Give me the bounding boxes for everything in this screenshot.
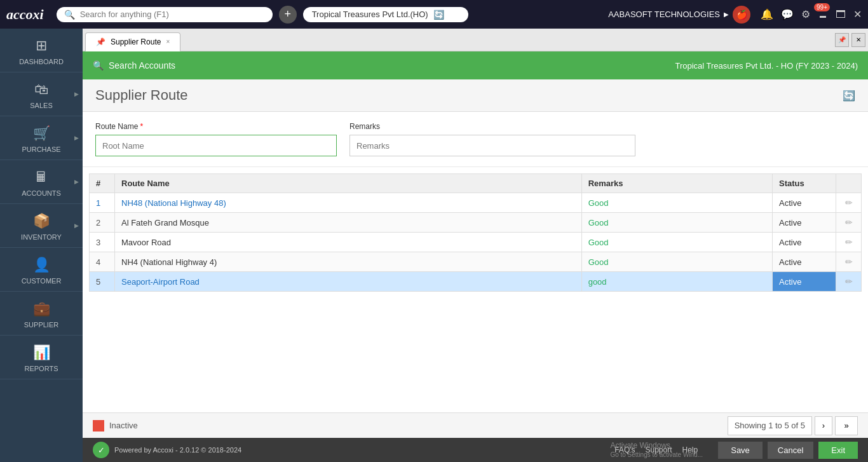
faq-link[interactable]: FAQ's: [614, 445, 635, 454]
maximize-icon[interactable]: 🗖: [836, 9, 846, 20]
sidebar-item-accounts[interactable]: 🖩 ACCOUNTS ▶: [0, 160, 83, 204]
window-controls: 📌 ✕: [835, 33, 868, 47]
sidebar-item-purchase[interactable]: 🛒 PURCHASE ▶: [0, 116, 83, 160]
remarks-input[interactable]: [349, 135, 635, 156]
company-selector[interactable]: Tropical Treasures Pvt Ltd.(HO) 🔄: [303, 7, 468, 22]
routes-table: # Route Name Remarks Status 1 NH48 (Nati…: [89, 173, 862, 292]
cell-edit[interactable]: ✏: [836, 233, 862, 252]
supplier-icon: 💼: [33, 301, 50, 317]
tab-bar: 📌 Supplier Route × 📌 ✕: [83, 29, 868, 51]
user-arrow-icon: ▶: [724, 11, 729, 18]
cell-edit[interactable]: ✏: [836, 252, 862, 272]
route-name-input[interactable]: [95, 135, 337, 156]
accounts-icon: 🖩: [34, 169, 48, 186]
company-header-title: Tropical Treasures Pvt Ltd. - HO (FY 202…: [675, 61, 858, 71]
col-header-remarks: Remarks: [581, 174, 772, 193]
user-menu[interactable]: AABASOFT TECHNOLOGIES ▶ 🍎: [608, 6, 750, 24]
purchase-expand-icon: ▶: [74, 135, 79, 141]
sidebar-item-supplier[interactable]: 💼 SUPPLIER: [0, 292, 83, 336]
content-area: 📌 Supplier Route × 📌 ✕ 🔍 Search Accounts…: [83, 29, 868, 462]
page-header: Supplier Route 🔄: [83, 79, 868, 112]
cell-remarks: Good: [581, 252, 772, 272]
page-title: Supplier Route: [95, 87, 188, 104]
sidebar-item-sales[interactable]: 🛍 SALES ▶: [0, 72, 83, 116]
tab-supplier-route[interactable]: 📌 Supplier Route ×: [85, 32, 180, 51]
pagination-showing: Showing 1 to 5 of 5: [728, 416, 812, 435]
page-refresh-button[interactable]: 🔄: [843, 90, 855, 102]
inactive-label: Inactive: [109, 421, 138, 430]
sidebar-item-inventory[interactable]: 📦 INVENTORY ▶: [0, 204, 83, 248]
tab-pin-icon: 📌: [96, 37, 105, 46]
cell-remarks: good: [581, 272, 772, 292]
required-indicator: *: [140, 122, 143, 131]
cell-num: 3: [90, 233, 115, 252]
tab-label: Supplier Route: [111, 37, 161, 46]
col-header-num: #: [90, 174, 115, 193]
search-bar[interactable]: 🔍: [57, 7, 273, 22]
sales-icon: 🛍: [34, 81, 48, 98]
table-row[interactable]: 2 Al Fateh Grand Mosque Good Active ✏: [90, 213, 862, 233]
sidebar-label-reports: REPORTS: [25, 365, 58, 372]
search-icon: 🔍: [64, 10, 75, 20]
bottom-links: FAQ's Support Help: [614, 445, 698, 454]
sales-expand-icon: ▶: [74, 91, 79, 97]
pagination: Showing 1 to 5 of 5 › »: [728, 416, 858, 435]
cell-remarks: Good: [581, 233, 772, 252]
cell-route: Seaport-Airport Road: [115, 272, 582, 292]
bell-icon[interactable]: 🔔: [761, 8, 773, 20]
pagination-last-button[interactable]: »: [835, 416, 858, 435]
cell-route: Al Fateh Grand Mosque: [115, 213, 582, 233]
inactive-color-indicator: [93, 420, 104, 431]
sidebar-item-customer[interactable]: 👤 CUSTOMER: [0, 248, 83, 292]
cell-edit[interactable]: ✏: [836, 193, 862, 213]
cell-edit[interactable]: ✏: [836, 272, 862, 292]
table-row[interactable]: 4 NH4 (National Highway 4) Good Active ✏: [90, 252, 862, 272]
support-link[interactable]: Support: [646, 445, 672, 454]
green-header: 🔍 Search Accounts Tropical Treasures Pvt…: [83, 51, 868, 79]
pagination-next-button[interactable]: ›: [815, 416, 832, 435]
avatar: 🍎: [733, 6, 750, 24]
table-row[interactable]: 1 NH48 (National Highway 48) Good Active…: [90, 193, 862, 213]
search-input[interactable]: [80, 10, 265, 19]
inventory-icon: 📦: [33, 213, 50, 229]
sidebar-label-supplier: SUPPLIER: [24, 321, 58, 329]
settings-icon[interactable]: ⚙: [801, 8, 810, 20]
sidebar-item-dashboard[interactable]: ⊞ DASHBOARD: [0, 29, 83, 72]
inventory-expand-icon: ▶: [74, 222, 79, 229]
cell-edit[interactable]: ✏: [836, 213, 862, 233]
add-button[interactable]: +: [279, 6, 297, 24]
customer-icon: 👤: [33, 257, 50, 273]
close-topbar-icon[interactable]: ✕: [853, 8, 862, 20]
search-accounts-label: Search Accounts: [109, 60, 175, 71]
purchase-icon: 🛒: [33, 125, 50, 142]
col-header-status: Status: [773, 174, 836, 193]
accounts-expand-icon: ▶: [74, 179, 79, 185]
search-accounts-button[interactable]: 🔍 Search Accounts: [93, 60, 175, 71]
exit-button[interactable]: Exit: [818, 442, 858, 459]
company-refresh-icon[interactable]: 🔄: [433, 10, 444, 20]
help-link[interactable]: Help: [682, 445, 698, 454]
col-header-route-name: Route Name: [115, 174, 582, 193]
table-row[interactable]: 3 Mavoor Road Good Active ✏: [90, 233, 862, 252]
cancel-button[interactable]: Cancel: [768, 442, 813, 459]
cell-num: 1: [90, 193, 115, 213]
cell-remarks: Good: [581, 213, 772, 233]
tab-close-icon[interactable]: ×: [166, 38, 170, 45]
cell-remarks: Good: [581, 193, 772, 213]
cell-route: NH48 (National Highway 48): [115, 193, 582, 213]
remarks-group: Remarks: [349, 122, 635, 156]
remarks-label: Remarks: [349, 122, 635, 131]
table-row[interactable]: 5 Seaport-Airport Road good Active ✏: [90, 272, 862, 292]
user-name: AABASOFT TECHNOLOGIES: [608, 10, 720, 19]
sidebar-label-purchase: PURCHASE: [22, 146, 60, 153]
powered-text: Powered by Accoxi - 2.0.12 © 2018-2024: [114, 446, 241, 454]
save-button[interactable]: Save: [718, 442, 763, 459]
window-close-button[interactable]: ✕: [851, 33, 865, 47]
app-logo: accoxi: [6, 6, 44, 23]
sidebar-item-reports[interactable]: 📊 REPORTS: [0, 336, 83, 379]
cell-status: Active: [773, 213, 836, 233]
window-pin-button[interactable]: 📌: [835, 33, 849, 47]
cell-status: Active: [773, 193, 836, 213]
chat-icon[interactable]: 💬: [781, 8, 794, 20]
cell-status: Active: [773, 252, 836, 272]
